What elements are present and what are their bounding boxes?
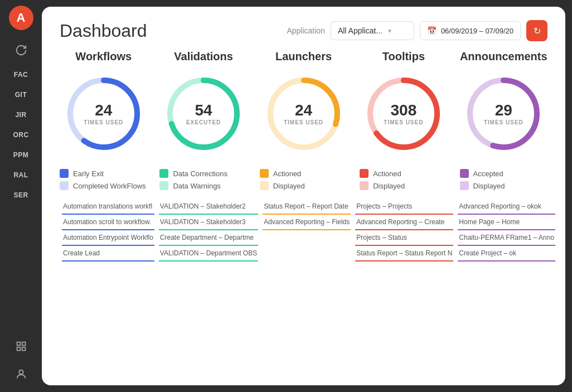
legend-dot [460,181,469,190]
sidebar-item-orc[interactable]: ORC [7,125,36,145]
list-col-tooltips: Projects – ProjectsAdvanced Reporting – … [353,199,455,262]
stat-title-tooltips: Tooltips [382,50,425,63]
svg-rect-3 [22,347,25,351]
svg-point-4 [19,370,23,374]
legend-dot [60,169,69,178]
legend-group-validations: Data Corrections Data Warnings [159,169,248,190]
sidebar-item-fac[interactable]: FAC [7,65,36,85]
stat-tooltips: Tooltips 308 TIMES USED [360,50,448,156]
user-icon[interactable] [9,362,33,386]
date-range-picker[interactable]: 📅 06/09/2019 – 07/09/20 [420,21,521,40]
legend-label: Displayed [373,182,405,190]
stats-row: Workflows 24 TIMES USED Validations [60,50,547,156]
list-item-empty [263,246,351,262]
legend-dot [260,169,269,178]
list-item[interactable]: VALIDATION – Department OBS [159,246,258,262]
sidebar-item-git[interactable]: GIT [7,85,36,105]
sidebar-refresh-icon[interactable] [9,38,33,62]
list-item[interactable]: Create Lead [62,246,154,262]
list-col-workflows: Automation translations workflAutomation… [60,199,157,262]
donut-validations: 54 EXECUTED [162,72,245,156]
legend-item: Accepted [460,169,548,178]
donut-label-validations: EXECUTED [186,119,221,125]
header: Dashboard Application All Applicat... ▼ … [42,7,565,50]
donut-center-validations: 54 EXECUTED [186,102,221,125]
legend-dot [360,181,369,190]
list-item[interactable]: Automation Entrypoint Workflo [62,230,154,246]
legend-item: Early Exit [60,169,148,178]
sidebar-item-ppm[interactable]: PPM [7,145,36,165]
legend-label: Displayed [473,182,505,190]
svg-rect-2 [17,347,20,351]
legend-label: Actioned [373,170,401,178]
list-item[interactable]: Advanced Reporting – Create [355,215,453,230]
grid-icon[interactable] [9,334,33,359]
donut-workflows: 24 TIMES USED [62,72,146,156]
legend-item: Completed WorkFlows [60,181,148,190]
list-item[interactable]: Status Report – Report Date [263,199,351,215]
list-item[interactable]: VALIDATION – Stakeholder3 [159,215,258,230]
legend-group-announcements: Accepted Displayed [460,169,548,190]
legend-item: Actioned [260,169,348,178]
legend-label: Actioned [273,170,302,178]
sidebar-item-ral[interactable]: RAL [7,165,36,185]
sidebar-nav: FACGITJIRORCPPMRALSER [7,65,36,205]
sidebar-bottom [9,334,33,386]
donut-number-validations: 54 [186,102,221,119]
list-row: Automation translations workflAutomation… [60,199,547,262]
stat-announcements: Announcements 29 TIMES USED [460,50,548,156]
sidebar: A FACGITJIRORCPPMRALSER [0,0,42,392]
app-label: Application [287,26,325,35]
legend-group-launchers: Actioned Displayed [260,169,348,190]
stat-title-validations: Validations [174,50,233,63]
donut-label-workflows: TIMES USED [84,119,123,125]
app-logo[interactable]: A [9,6,33,30]
application-select[interactable]: All Applicat... ▼ [331,21,414,40]
legend-group-tooltips: Actioned Displayed [360,169,448,190]
legend-item: Data Warnings [159,181,248,190]
list-item[interactable]: Automation scroll to workflow. [62,215,154,230]
legend-row: Early Exit Completed WorkFlows Data Corr… [60,169,547,190]
content-area: Workflows 24 TIMES USED Validations [42,50,565,385]
legend-label: Accepted [473,170,503,178]
list-item[interactable]: Projects – Projects [355,199,453,215]
refresh-button[interactable]: ↻ [526,20,547,41]
legend-dot [260,181,269,190]
list-item[interactable]: Advanced Reporting – okok [458,199,555,215]
stat-launchers: Launchers 24 TIMES USED [260,50,348,156]
donut-center-launchers: 24 TIMES USED [284,102,323,125]
donut-number-workflows: 24 [84,102,123,119]
list-item[interactable]: VALIDATION – Stakeholder2 [159,199,258,215]
list-item[interactable]: Advanced Reporting – Fields [263,215,351,230]
legend-dot [360,169,369,178]
list-item[interactable]: Create Department – Departme [159,230,258,246]
stat-title-announcements: Announcements [460,50,547,63]
legend-label: Data Corrections [173,170,227,178]
list-item[interactable]: Automation translations workfl [62,199,154,215]
list-item[interactable]: Create Project – ok [458,246,555,262]
donut-announcements: 29 TIMES USED [462,72,545,156]
donut-number-tooltips: 308 [384,102,423,119]
donut-center-tooltips: 308 TIMES USED [384,102,423,125]
sidebar-item-ser[interactable]: SER [7,185,36,205]
list-item[interactable]: Chaitu-PERMA FRame1 – Anno [458,230,555,246]
legend-group-workflows: Early Exit Completed WorkFlows [60,169,148,190]
legend-label: Completed WorkFlows [73,182,146,190]
sidebar-item-jir[interactable]: JIR [7,105,36,125]
legend-item: Displayed [460,181,548,190]
legend-item: Displayed [260,181,348,190]
list-item[interactable]: Status Report – Status Report N [355,246,453,262]
stat-title-launchers: Launchers [275,50,332,63]
donut-center-workflows: 24 TIMES USED [84,102,123,125]
list-col-announcements: Advanced Reporting – okokHome Page – Hom… [455,199,558,262]
header-controls: Application All Applicat... ▼ 📅 06/09/20… [287,20,547,41]
donut-tooltips: 308 TIMES USED [362,72,445,156]
donut-label-announcements: TIMES USED [484,119,523,125]
list-item[interactable]: Home Page – Home [458,215,555,230]
legend-dot [159,181,168,190]
list-item[interactable]: Projects – Status [355,230,453,246]
page-title: Dashboard [60,21,278,41]
legend-item: Actioned [360,169,448,178]
legend-dot [159,169,168,178]
list-col-validations: VALIDATION – Stakeholder2VALIDATION – St… [157,199,260,262]
